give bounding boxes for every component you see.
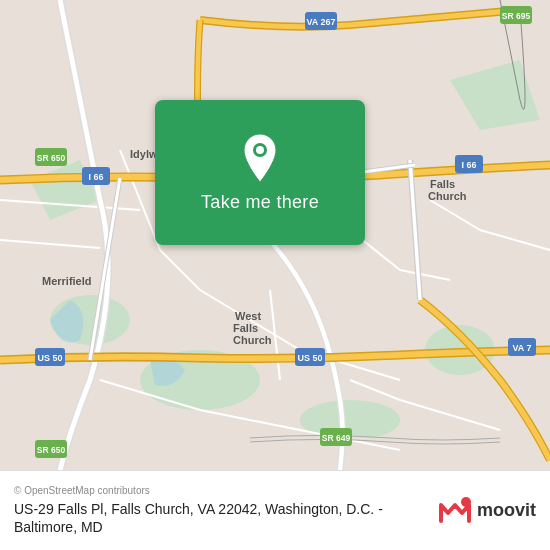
svg-text:SR 650: SR 650: [37, 445, 66, 455]
address-text: US-29 Falls Pl, Falls Church, VA 22042, …: [14, 500, 434, 536]
svg-text:VA 267: VA 267: [306, 17, 335, 27]
moovit-brand-text: moovit: [477, 500, 536, 521]
copyright-text: © OpenStreetMap contributors: [14, 485, 434, 496]
svg-text:West: West: [235, 310, 261, 322]
svg-text:SR 649: SR 649: [322, 433, 351, 443]
svg-text:Falls: Falls: [430, 178, 455, 190]
take-me-there-label: Take me there: [201, 192, 319, 213]
footer: © OpenStreetMap contributors US-29 Falls…: [0, 470, 550, 550]
svg-text:VA 7: VA 7: [512, 343, 531, 353]
svg-text:SR 695: SR 695: [502, 11, 531, 21]
moovit-logo: moovit: [437, 493, 536, 529]
moovit-brand-icon: [437, 493, 473, 529]
svg-text:Church: Church: [428, 190, 467, 202]
location-pin-icon: [238, 132, 282, 184]
take-me-there-button[interactable]: Take me there: [155, 100, 365, 245]
svg-text:US 50: US 50: [297, 353, 322, 363]
svg-text:Falls: Falls: [233, 322, 258, 334]
svg-point-61: [256, 146, 264, 154]
svg-text:I 66: I 66: [88, 172, 103, 182]
svg-text:SR 650: SR 650: [37, 153, 66, 163]
svg-point-63: [461, 497, 471, 507]
footer-left: © OpenStreetMap contributors US-29 Falls…: [14, 485, 434, 536]
svg-text:US 50: US 50: [37, 353, 62, 363]
svg-text:Church: Church: [233, 334, 272, 346]
map-container: I 66 I 66 I 66 VA 267 SR 650 SR 650 SR 6…: [0, 0, 550, 470]
svg-text:Merrifield: Merrifield: [42, 275, 92, 287]
svg-text:I 66: I 66: [461, 160, 476, 170]
